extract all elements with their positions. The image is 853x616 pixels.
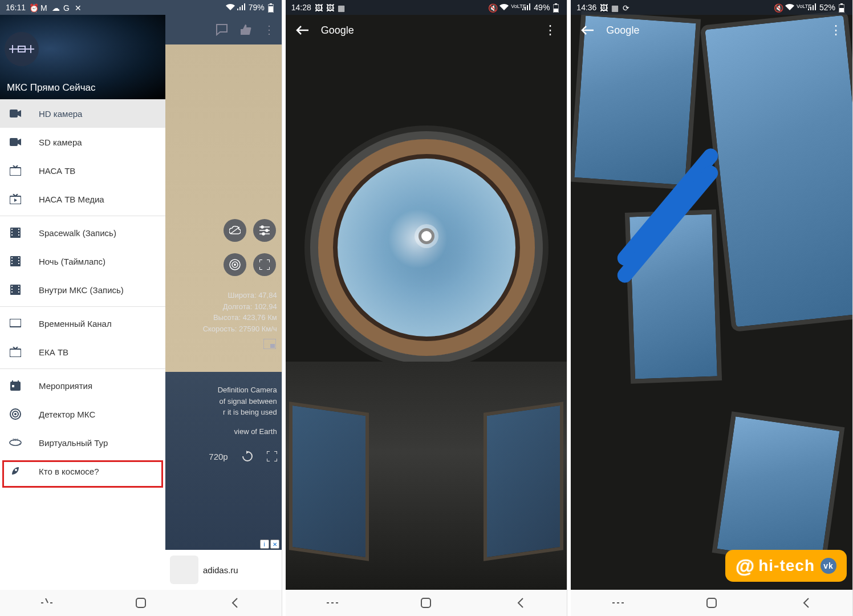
alarm-icon: ⏰ (29, 3, 37, 11)
svg-rect-62 (554, 9, 558, 12)
svg-rect-12 (11, 229, 13, 230)
svg-text:360: 360 (13, 438, 19, 441)
back-button[interactable] (509, 591, 531, 614)
home-button[interactable] (129, 591, 152, 614)
menu-label: Кто в космосе? (39, 467, 99, 476)
nav-point-icon[interactable] (415, 224, 438, 248)
menu-item-spacewalk[interactable]: Spacewalk (Запись) (0, 218, 165, 247)
radar-control-icon[interactable] (224, 253, 246, 276)
header-title: Google (321, 25, 542, 37)
svg-rect-14 (11, 234, 13, 236)
svg-rect-26 (11, 286, 13, 287)
more-icon[interactable]: ⋮ (827, 22, 844, 39)
speed-value: Скорость: 27590 Км/ч (203, 323, 277, 335)
back-button[interactable] (794, 591, 817, 614)
back-button[interactable] (223, 591, 246, 614)
menu-item-nasa-tv-media[interactable]: НАСА ТВ Медиа (0, 185, 165, 213)
menu-label: Детектор МКС (39, 410, 95, 419)
g-icon: G (63, 3, 71, 11)
fullscreen-icon[interactable] (267, 451, 277, 461)
ad-close-icon[interactable]: ✕ (270, 540, 279, 549)
film-icon (9, 283, 22, 296)
menu-item-nasa-tv[interactable]: НАСА ТВ (0, 156, 165, 185)
recents-button[interactable] (321, 591, 344, 614)
status-battery: 52% (819, 3, 835, 12)
menu-item-virtual-tour[interactable]: 360 Виртуальный Тур (0, 428, 165, 457)
back-arrow-icon[interactable] (294, 22, 311, 39)
pip-icon[interactable] (263, 339, 276, 349)
menu-item-inside-iss[interactable]: Внутри МКС (Запись) (0, 275, 165, 304)
svg-rect-59 (136, 598, 145, 607)
thumbs-up-icon[interactable] (239, 23, 252, 36)
navigation-drawer[interactable]: МКС Прямо Сейчас HD камера SD камера НАС… (0, 15, 165, 590)
svg-rect-55 (270, 344, 275, 348)
menu-item-events[interactable]: Мероприятия (0, 371, 165, 400)
volte-icon: VoLTE (797, 3, 805, 11)
status-battery: 49% (534, 3, 550, 12)
street-view-header: Google ⋮ (571, 15, 852, 46)
fullscreen-control-icon[interactable] (253, 253, 276, 276)
coordinates-info: Широта: 47,84 Долгота: 102,94 Высота: 42… (203, 290, 277, 334)
svg-rect-28 (11, 291, 13, 293)
recents-button[interactable] (607, 591, 629, 614)
settings-control-icon[interactable] (253, 219, 276, 242)
menu-label: ЕКА ТВ (39, 347, 68, 357)
wifi-icon (499, 3, 507, 11)
svg-rect-13 (11, 232, 13, 233)
home-button[interactable] (415, 591, 437, 614)
menu-divider (0, 306, 165, 307)
cloud-control-icon[interactable] (224, 219, 246, 242)
svg-point-43 (15, 469, 17, 471)
at-icon: @ (736, 555, 755, 577)
menu-item-night[interactable]: Ночь (Таймлапс) (0, 247, 165, 275)
system-nav-bar (571, 590, 852, 616)
tools-icon: ✕ (75, 3, 83, 11)
more-icon[interactable]: ⋮ (263, 23, 275, 37)
recents-button[interactable] (35, 591, 58, 614)
svg-rect-27 (11, 289, 13, 290)
status-bar: 14:36 🖼 ▦ ⟳ 🔇 VoLTE 52% (571, 0, 852, 15)
volte-icon: VoLTE (511, 3, 519, 11)
svg-rect-68 (840, 3, 843, 5)
menu-label: HD камера (39, 109, 82, 119)
menu-item-hd-camera[interactable]: HD камера (0, 99, 165, 128)
svg-rect-22 (18, 257, 19, 258)
more-icon[interactable]: ⋮ (542, 22, 559, 39)
cupola-scene (286, 0, 567, 590)
home-button[interactable] (700, 591, 723, 614)
ad-banner[interactable]: i ✕ adidas.ru (165, 550, 282, 590)
wifi-icon (226, 3, 234, 11)
monitor-icon (9, 317, 22, 330)
system-nav-bar (286, 590, 567, 616)
ad-text: adidas.ru (203, 565, 238, 575)
menu-item-detector[interactable]: Детектор МКС (0, 400, 165, 428)
image-icon: 🖼 (326, 3, 334, 11)
svg-rect-33 (10, 349, 21, 357)
image-icon: 🖼 (315, 3, 323, 11)
status-bar: 14:28 🖼 🖼 ▦ 🔇 VoLTE 49% (286, 0, 567, 15)
status-time: 14:28 (291, 3, 311, 12)
quality-label[interactable]: 720p (209, 452, 228, 461)
svg-rect-73 (707, 598, 716, 607)
camera-icon (9, 136, 22, 148)
tv-icon (9, 346, 22, 358)
map-area[interactable]: Широта: 47,84 Долгота: 102,94 Высота: 42… (165, 44, 282, 590)
street-view-body[interactable]: 14:28 🖼 🖼 ▦ 🔇 VoLTE 49% Google ⋮ (286, 0, 567, 590)
menu-item-temp-channel[interactable]: Временный Канал (0, 309, 165, 338)
svg-rect-29 (18, 286, 19, 287)
menu-item-eka-tv[interactable]: ЕКА ТВ (0, 338, 165, 366)
svg-rect-37 (12, 385, 14, 387)
svg-rect-2 (269, 6, 273, 12)
ad-info-icon[interactable]: i (260, 540, 269, 549)
chat-icon[interactable] (216, 23, 228, 36)
menu-divider (0, 216, 165, 216)
rotate-icon[interactable] (242, 451, 253, 462)
status-time: 16:11 (6, 3, 26, 12)
menu-item-whos-in-space[interactable]: Кто в космосе? (0, 457, 165, 485)
app-bar: ⋮ (165, 15, 282, 44)
svg-rect-36 (18, 380, 19, 383)
back-arrow-icon[interactable] (579, 22, 596, 39)
menu-label: НАСА ТВ Медиа (39, 194, 104, 204)
street-view-body[interactable]: 14:36 🖼 ▦ ⟳ 🔇 VoLTE 52% Google ⋮ @ hi-te… (571, 0, 852, 590)
menu-item-sd-camera[interactable]: SD камера (0, 128, 165, 156)
